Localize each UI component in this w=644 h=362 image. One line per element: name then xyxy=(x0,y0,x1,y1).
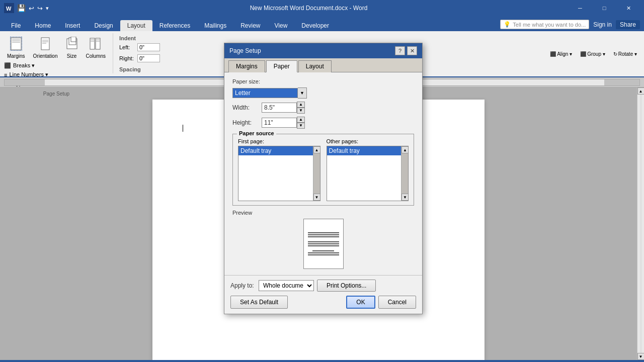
group-icon: ⬛ xyxy=(580,51,586,57)
ribbon-group-page-setup: Margins Orientation xyxy=(0,33,113,73)
paper-size-input[interactable] xyxy=(232,88,298,98)
apply-to-row: Apply to: Whole document This point forw… xyxy=(230,280,376,292)
tab-review[interactable]: Review xyxy=(233,20,267,31)
other-pages-scroll-thumb[interactable] xyxy=(401,153,408,194)
tell-me-text: Tell me what you want to do... xyxy=(513,22,586,28)
line-numbers-label[interactable]: Line Numbers ▾ xyxy=(9,71,48,78)
preview-line-6 xyxy=(308,245,339,246)
set-as-default-button[interactable]: Set As Default xyxy=(230,296,288,309)
preview-line-3 xyxy=(308,236,339,237)
height-input[interactable] xyxy=(262,118,297,128)
first-page-scroll-down[interactable]: ▼ xyxy=(313,194,320,201)
tab-layout[interactable]: Layout xyxy=(298,60,332,72)
page-setup-dialog: Page Setup ? ✕ Margins Paper Layout Pape… xyxy=(224,43,423,314)
scroll-up-arrow[interactable]: ▲ xyxy=(637,87,645,95)
height-label: Height: xyxy=(232,119,258,126)
first-page-label: First page: xyxy=(238,138,320,144)
tab-paper[interactable]: Paper xyxy=(266,60,297,72)
orientation-button[interactable]: Orientation xyxy=(30,35,61,60)
preview-label: Preview xyxy=(232,210,414,216)
tab-developer[interactable]: Developer xyxy=(294,20,336,31)
other-pages-scroll-down[interactable]: ▼ xyxy=(401,194,409,201)
title-bar-left: W 💾 ↩ ↪ ▾ xyxy=(4,3,49,13)
tab-mailings[interactable]: Mailings xyxy=(197,20,233,31)
left-indent-input[interactable] xyxy=(137,43,160,51)
tab-margins[interactable]: Margins xyxy=(228,60,265,72)
first-page-listbox[interactable]: Default tray ▲ ▼ xyxy=(238,146,320,201)
first-page-scrollbar[interactable]: ▲ ▼ xyxy=(313,146,320,201)
ok-button[interactable]: OK xyxy=(346,296,375,309)
spacing-label: Spacing xyxy=(119,66,160,72)
tab-insert[interactable]: Insert xyxy=(58,20,87,31)
sign-in-link[interactable]: Sign in xyxy=(593,21,612,28)
size-button[interactable]: Size xyxy=(63,35,81,60)
page-setup-group-label: Page Setup xyxy=(4,90,109,97)
other-pages-scrollbar[interactable]: ▲ ▼ xyxy=(401,146,408,201)
save-icon[interactable]: 💾 xyxy=(17,4,26,12)
height-down-btn[interactable]: ▼ xyxy=(297,123,305,129)
preview-area xyxy=(232,219,414,269)
other-pages-items: Default tray xyxy=(327,146,409,201)
margins-button[interactable]: Margins xyxy=(4,35,28,60)
window-title: New Microsoft Word Document.docx - Word xyxy=(49,5,569,12)
tab-design[interactable]: Design xyxy=(87,20,120,31)
title-bar: W 💾 ↩ ↪ ▾ New Microsoft Word Document.do… xyxy=(0,0,644,16)
undo-icon[interactable]: ↩ xyxy=(29,5,34,12)
paper-size-combo[interactable]: ▼ xyxy=(232,87,307,99)
preview-line-4 xyxy=(308,241,339,242)
maximize-button[interactable]: □ xyxy=(593,0,616,16)
share-button[interactable]: Share xyxy=(616,20,640,29)
status-bar: Page 1 of 1 0 words English (United Stat… xyxy=(0,360,644,362)
rotate-label: Rotate ▾ xyxy=(618,51,637,57)
scroll-track[interactable] xyxy=(640,95,642,353)
dialog-close-button[interactable]: ✕ xyxy=(407,46,417,55)
tab-layout[interactable]: Layout xyxy=(120,20,152,31)
first-page-default-tray[interactable]: Default tray xyxy=(238,146,320,155)
breaks-label[interactable]: Breaks ▾ xyxy=(13,62,35,69)
redo-icon[interactable]: ↪ xyxy=(37,5,43,12)
paper-size-dropdown-btn[interactable]: ▼ xyxy=(298,87,307,99)
width-input[interactable] xyxy=(262,103,297,113)
width-spinner[interactable]: ▲ ▼ xyxy=(262,102,305,114)
apply-to-combo[interactable]: Whole document This point forward xyxy=(259,280,314,291)
right-indent-input[interactable] xyxy=(137,54,160,62)
width-spinner-btns: ▲ ▼ xyxy=(297,102,305,114)
scroll-down-arrow[interactable]: ▼ xyxy=(637,353,645,360)
svg-rect-2 xyxy=(11,38,21,50)
ok-cancel-buttons: OK Cancel xyxy=(346,296,416,309)
indent-label: Indent xyxy=(119,35,160,41)
other-pages-scroll-up[interactable]: ▲ xyxy=(401,146,409,153)
align-button[interactable]: ⬛ Align ▾ xyxy=(547,50,575,58)
height-spinner[interactable]: ▲ ▼ xyxy=(262,117,305,129)
other-pages-default-tray[interactable]: Default tray xyxy=(327,146,409,155)
size-label: Size xyxy=(67,53,76,59)
dialog-help-button[interactable]: ? xyxy=(395,46,405,55)
vertical-scrollbar[interactable]: ▲ ▼ xyxy=(637,87,644,360)
height-row: Height: ▲ ▼ xyxy=(232,117,414,129)
rotate-button[interactable]: ↻ Rotate ▾ xyxy=(610,50,640,58)
indent-spacing-group: Indent Left: Right: Spacing xyxy=(113,33,166,74)
width-up-btn[interactable]: ▲ xyxy=(297,102,305,108)
preview-line-9 xyxy=(308,254,339,255)
apply-to-select[interactable]: Whole document This point forward xyxy=(259,280,314,291)
close-button[interactable]: ✕ xyxy=(617,0,640,16)
first-page-scroll-up[interactable]: ▲ xyxy=(313,146,320,153)
width-down-btn[interactable]: ▼ xyxy=(297,108,305,114)
first-page-items: Default tray xyxy=(238,146,320,201)
columns-button[interactable]: Columns xyxy=(83,35,109,60)
tab-references[interactable]: References xyxy=(152,20,197,31)
first-page-scroll-thumb[interactable] xyxy=(313,153,320,194)
tab-view[interactable]: View xyxy=(268,20,295,31)
line-numbers-row: ≡ Line Numbers ▾ xyxy=(4,71,48,78)
tell-me-box[interactable]: 💡 Tell me what you want to do... xyxy=(500,20,589,29)
print-options-button[interactable]: Print Options... xyxy=(317,280,376,292)
text-cursor xyxy=(183,125,183,132)
height-up-btn[interactable]: ▲ xyxy=(297,117,305,123)
tab-file[interactable]: File xyxy=(4,20,28,31)
group-button[interactable]: ⬛ Group ▾ xyxy=(577,50,608,58)
other-pages-listbox[interactable]: Default tray ▲ ▼ xyxy=(327,146,409,201)
cancel-button[interactable]: Cancel xyxy=(378,296,416,309)
dialog-title: Page Setup xyxy=(229,47,261,54)
minimize-button[interactable]: ─ xyxy=(569,0,592,16)
tab-home[interactable]: Home xyxy=(28,20,58,31)
